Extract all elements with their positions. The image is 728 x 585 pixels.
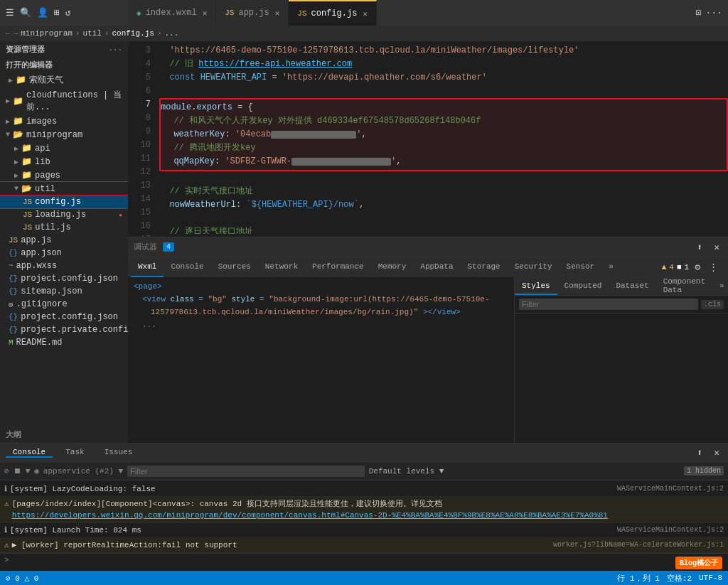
code-editor[interactable]: 3 4 5 6 7 8 9 10 11 12 13 14 15 16 17 18	[128, 41, 728, 237]
err-count-icon: ■	[677, 263, 682, 272]
file-label: .gitignore	[16, 299, 68, 309]
console-message-text: [system] LazyCodeLoading: false	[10, 483, 611, 495]
devtools-tab-wxml[interactable]: Wxml	[131, 257, 164, 277]
tab-app-js[interactable]: JS app.js ✕	[216, 0, 289, 26]
status-spaces: 空格:2	[667, 573, 692, 584]
tab-config-js[interactable]: JS config.js ✕	[289, 0, 377, 26]
code-line-4: // 旧 https://free-api.heweather.com	[159, 58, 728, 71]
grid-icon[interactable]: ⊞	[54, 7, 60, 18]
sidebar-item-pages[interactable]: ▶ 📁 pages	[0, 168, 128, 182]
code-line-11: qqMapKey : 'SDFBZ-GTWWR- ' ,	[161, 155, 727, 168]
devtools-tab-storage[interactable]: Storage	[461, 257, 508, 277]
sidebar-item-lib[interactable]: ▶ 📁 lib	[0, 155, 128, 168]
default-levels-label[interactable]: Default levels ▼	[369, 467, 444, 476]
warn-count-label: 4	[669, 263, 674, 272]
console-link-1[interactable]: https://developers.weixin.qq.com/minipro…	[12, 511, 608, 520]
devtools-tab-performance[interactable]: Performance	[305, 257, 371, 277]
devtools-tab-more[interactable]: »	[601, 257, 621, 277]
devtools-tab-console[interactable]: Console	[164, 257, 210, 277]
main-area: 资源管理器 ··· 打开的编辑器 ▶ 📁 索颐天气 ▶ 📁 cloudfunct…	[0, 41, 728, 443]
console-content: ℹ [system] LazyCodeLoading: false WAServ…	[0, 481, 728, 571]
devtools-tab-memory[interactable]: Memory	[371, 257, 414, 277]
sidebar-item-projectconfigjson[interactable]: {} project.config.json	[0, 272, 128, 285]
refresh-icon[interactable]: ↺	[65, 7, 71, 18]
sidebar-item-util[interactable]: ▼ 📂 util	[0, 182, 128, 195]
sidebar-item-readme[interactable]: M README.md	[0, 336, 128, 349]
status-bar: ⊘ 0 △ 0 行 1，列 1 空格:2 UTF-8	[0, 571, 728, 585]
open-editors-title: 打开的编辑器	[0, 58, 128, 73]
top-bar: ☰ 🔍 👤 ⊞ ↺ ◈ index.wxml ✕ JS app.js ✕ JS …	[0, 0, 728, 26]
console-filter-input[interactable]	[127, 466, 365, 477]
user-icon[interactable]: 👤	[37, 7, 48, 18]
menu-icon[interactable]: ☰	[6, 7, 14, 18]
console-stop-icon[interactable]: ⏹	[14, 466, 21, 476]
json-file-icon: {}	[9, 287, 18, 296]
console-input[interactable]	[12, 555, 724, 564]
console-filter-icon[interactable]: ▼	[26, 467, 31, 476]
devtools-tab-network[interactable]: Network	[258, 257, 305, 277]
sidebar-item-appjson[interactable]: {} app.json	[0, 247, 128, 259]
sidebar-item-sitemapjson[interactable]: {} sitemap.json	[0, 285, 128, 298]
sidebar-item-cloudfunctions[interactable]: ▶ 📁 cloudfunctions | 当前...	[0, 87, 128, 114]
close-icon[interactable]: ✕	[275, 9, 280, 18]
devtools-tab-row: Wxml Console Sources Network Performance…	[128, 257, 728, 277]
console-message-text-4: ▶ [worker] reportRealtimeAction:fail not…	[12, 540, 547, 551]
right-tab-componentdata[interactable]: Component Data	[656, 277, 712, 295]
console-close-icon[interactable]: ✕	[711, 446, 722, 460]
breadcrumb-miniprogram: miniprogram	[21, 29, 73, 38]
right-tab-styles[interactable]: Styles	[515, 277, 557, 295]
devtools-settings-icon[interactable]: ⚙	[692, 260, 703, 274]
json-file-icon: {}	[9, 274, 18, 283]
console-tab-console[interactable]: Console	[6, 448, 53, 458]
code-line-13: // 实时天气接口地址	[159, 185, 728, 198]
styles-filter-input[interactable]	[519, 299, 698, 310]
right-tab-computed[interactable]: Computed	[557, 277, 609, 295]
sidebar-item-loadingjs[interactable]: JS loading.js ●	[0, 208, 128, 221]
file-label: app.js	[21, 235, 51, 245]
sidebar-item-gitignore[interactable]: ⊙ .gitignore	[0, 298, 128, 311]
more-icon[interactable]: ···	[706, 8, 722, 18]
sidebar-item-images[interactable]: ▶ 📁 images	[0, 114, 128, 128]
sidebar-open-suoyi[interactable]: ▶ 📁 索颐天气	[0, 73, 128, 87]
console-clear-icon[interactable]: ⊘	[4, 466, 9, 476]
console-toolbar: ⊘ ⏹ ▼ ◉ appservice (#2) ▼ Default levels…	[0, 462, 728, 481]
right-tab-more[interactable]: »	[712, 277, 728, 295]
sidebar-item-api[interactable]: ▶ 📁 api	[0, 141, 128, 155]
sidebar: 资源管理器 ··· 打开的编辑器 ▶ 📁 索颐天气 ▶ 📁 cloudfunct…	[0, 41, 128, 443]
search-icon[interactable]: 🔍	[20, 7, 31, 18]
top-bar-right: ⊡ ···	[690, 7, 728, 18]
breadcrumb-arrows[interactable]: ← →	[6, 29, 18, 38]
status-left: ⊘ 0 △ 0	[6, 574, 38, 583]
code-line-14: nowWeatherUrl : `${HEWEATHER_API}/now` ,	[159, 198, 728, 212]
devtools-right-tabs: Styles Computed Dataset Component Data »	[515, 277, 728, 296]
console-expand-icon[interactable]: ⬆	[694, 446, 705, 460]
close-icon[interactable]: ✕	[203, 9, 208, 18]
sidebar-item-configjs[interactable]: JS config.js	[0, 195, 128, 208]
sidebar-item-appwxss[interactable]: ~ app.wxss	[0, 259, 128, 272]
file-label: project.private.config.js...	[21, 325, 128, 335]
cls-badge[interactable]: .cls	[701, 300, 724, 309]
sidebar-item-miniprogram[interactable]: ▼ 📂 miniprogram	[0, 128, 128, 141]
code-line-16: // 逐日天气接口地址	[159, 225, 728, 234]
sidebar-item-projectconfig2[interactable]: {} project.config.json	[0, 311, 128, 323]
html-tree-content: <page> <view class = "bg" style = "backg…	[128, 277, 514, 334]
devtools-tab-appdata[interactable]: AppData	[413, 257, 460, 277]
sidebar-item-projectprivate[interactable]: {} project.private.config.js...	[0, 323, 128, 336]
devtools-tab-security[interactable]: Security	[508, 257, 560, 277]
split-editor-icon[interactable]: ⊡	[696, 7, 702, 18]
html-more: ...	[134, 318, 508, 331]
close-icon[interactable]: ✕	[363, 9, 368, 18]
devtools-tab-sources[interactable]: Sources	[211, 257, 258, 277]
console-tab-task[interactable]: Task	[58, 448, 91, 458]
devtools-expand-icon[interactable]: ⬆	[694, 240, 705, 254]
devtools-close-icon[interactable]: ✕	[711, 240, 722, 254]
sidebar-item-appjs[interactable]: JS app.js	[0, 234, 128, 247]
sidebar-item-utiljs[interactable]: JS util.js	[0, 221, 128, 234]
devtools-more2-icon[interactable]: ⋮	[706, 260, 721, 274]
sidebar-more-icon[interactable]: ···	[108, 45, 122, 54]
console-eye-icon[interactable]: ◉	[34, 466, 39, 476]
console-tab-issues[interactable]: Issues	[97, 448, 140, 458]
devtools-tab-sensor[interactable]: Sensor	[560, 257, 602, 277]
tab-index-wxml[interactable]: ◈ index.wxml ✕	[128, 0, 216, 26]
right-tab-dataset[interactable]: Dataset	[609, 277, 655, 295]
